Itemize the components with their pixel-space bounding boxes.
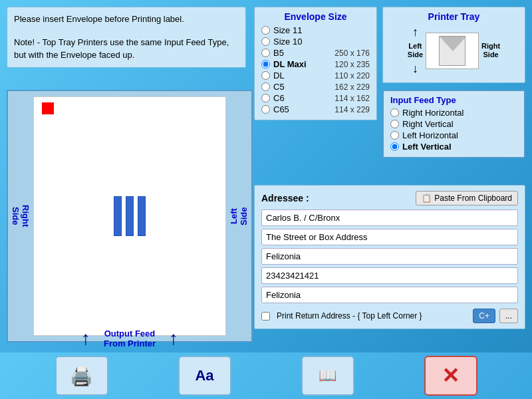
barcode-area [114,196,146,236]
output-arrow-left: ↑ [81,328,90,349]
envelope-size-option-dlmaxi: DL Maxi120 x 235 [261,59,370,69]
addressbook-icon: 📖 [319,367,336,384]
envelope-size-label-size10: Size 10 [273,37,370,47]
barcode-line-1 [114,196,122,236]
envelope-size-option-c5: C5162 x 229 [261,82,370,92]
input-feed-label-lh: Left Horizontal [402,130,517,140]
input-feed-options: Right HorizontalRight VerticalLeft Horiz… [390,108,517,152]
envelope-size-label-c65: C65 [273,104,334,114]
input-feed-option-lh: Left Horizontal [390,130,517,140]
envelope-size-radio-c6[interactable] [261,94,270,102]
instruction-box: Please insert Envelope before Printing l… [7,7,246,68]
output-feed-label: Output FeedFrom Printer [104,329,156,348]
envelope-size-options: Size 11Size 10B5250 x 176DL Maxi120 x 23… [261,25,370,114]
tray-visual: ↑ LeftSide ↓ RightSide [388,25,519,76]
return-address-row: Print Return Address - { Top Left Corner… [261,309,518,323]
address-input-country[interactable] [261,287,518,303]
envelope-size-radio-c5[interactable] [261,82,270,91]
address-input-zip[interactable] [261,267,518,284]
output-feed: ↑ Output FeedFrom Printer ↑ [7,328,253,349]
envelope-size-radio-dl[interactable] [261,71,270,80]
tray-envelope-area [426,33,479,69]
font-button[interactable]: Aa [178,356,231,396]
envelope-size-dim-c65: 114 x 229 [334,105,370,114]
clipboard-icon: 📋 [422,194,432,203]
input-feed-radio-rv[interactable] [390,120,399,128]
envelope-size-label-dl: DL [273,70,334,80]
addressee-title: Adressee : [261,193,309,203]
envelope-size-title: Envelope Size [261,11,370,22]
envelope-size-radio-c65[interactable] [261,105,270,114]
envelope-size-option-dl: DL110 x 220 [261,70,370,80]
print-button[interactable]: 🖨️ [55,356,108,396]
input-feed-option-rh: Right Horizontal [390,108,517,118]
envelope-size-option-size10: Size 10 [261,37,370,47]
paste-btn-label: Paste From Clipboard [434,194,512,203]
address-input-name[interactable] [261,209,518,226]
input-feed-label-rv: Right Vertical [402,119,517,129]
bottom-bar: 🖨️ Aa 📖 ✕ [0,352,532,399]
envelope-size-panel: Envelope Size Size 11Size 10B5250 x 176D… [254,7,377,120]
right-side-label: RightSide [8,91,33,341]
envelope-size-option-c6: C6114 x 162 [261,93,370,103]
address-fields [261,209,518,306]
envelope-size-option-c65: C65114 x 229 [261,104,370,114]
dots-btn[interactable]: ... [499,309,518,323]
envelope-size-radio-size10[interactable] [261,37,270,46]
printer-tray-panel: Printer Tray ↑ LeftSide ↓ RightSide [382,7,525,83]
input-feed-panel: Input Feed Type Right HorizontalRight Ve… [382,90,525,158]
instruction-line2: Note! - Top Tray Printers use the same I… [14,36,239,62]
barcode-line-2 [126,196,134,236]
return-btn[interactable]: C+ [473,309,495,323]
envelope-size-dim-b5: 250 x 176 [334,49,370,58]
return-address-checkbox[interactable] [261,312,270,321]
input-feed-radio-lv[interactable] [390,142,399,151]
barcode-line-3 [138,196,146,236]
envelope-size-label-c6: C6 [273,93,334,103]
envelope-size-radio-dlmaxi[interactable] [261,60,270,68]
envelope-size-radio-b5[interactable] [261,49,270,57]
envelope-paper [33,96,226,336]
envelope-preview: RightSide LeftSide [7,90,253,342]
envelope-size-label-size11: Size 11 [273,25,370,35]
address-input-address[interactable] [261,229,518,245]
envelope-size-label-c5: C5 [273,82,334,92]
addressbook-button[interactable]: 📖 [301,356,354,396]
tray-right-label: RightSide [481,42,500,59]
addressee-panel: Adressee : 📋 Paste From Clipboard Print … [254,185,525,329]
envelope-size-dim-dl: 110 x 220 [334,71,370,80]
tray-left-area: ↑ LeftSide ↓ [408,25,423,76]
envelope-size-label-b5: B5 [273,48,334,58]
font-icon: Aa [195,367,213,384]
input-feed-label-rh: Right Horizontal [402,108,517,118]
envelope-size-dim-c6: 114 x 162 [334,94,370,103]
instruction-line1: Please insert Envelope before Printing l… [14,13,239,26]
printer-tray-title: Printer Tray [388,11,519,22]
tray-left-label: LeftSide [408,42,423,59]
return-address-label: Print Return Address - { Top Left Corner… [277,311,469,321]
input-feed-option-lv: Left Vertical [390,142,517,152]
address-input-city[interactable] [261,248,518,265]
tray-envelope-inner [439,36,466,66]
paste-clipboard-button[interactable]: 📋 Paste From Clipboard [416,191,518,205]
input-feed-option-rv: Right Vertical [390,119,517,129]
input-feed-radio-rh[interactable] [390,108,399,117]
close-icon: ✕ [442,363,460,388]
envelope-size-radio-size11[interactable] [261,26,270,35]
output-arrow-right: ↑ [169,328,178,349]
input-feed-radio-lh[interactable] [390,131,399,140]
input-feed-label-lv: Left Vertical [402,142,517,152]
input-feed-title: Input Feed Type [390,95,517,105]
addressee-header: Adressee : 📋 Paste From Clipboard [261,191,518,205]
envelope-size-dim-dlmaxi: 120 x 235 [334,60,370,69]
envelope-size-dim-c5: 162 x 229 [334,82,370,92]
envelope-size-option-size11: Size 11 [261,25,370,35]
red-marker [42,102,54,114]
envelope-size-option-b5: B5250 x 176 [261,48,370,58]
printer-icon: 🖨️ [70,365,93,387]
close-button[interactable]: ✕ [424,356,477,396]
left-side-label: LeftSide [226,91,251,341]
envelope-size-label-dlmaxi: DL Maxi [273,59,334,69]
